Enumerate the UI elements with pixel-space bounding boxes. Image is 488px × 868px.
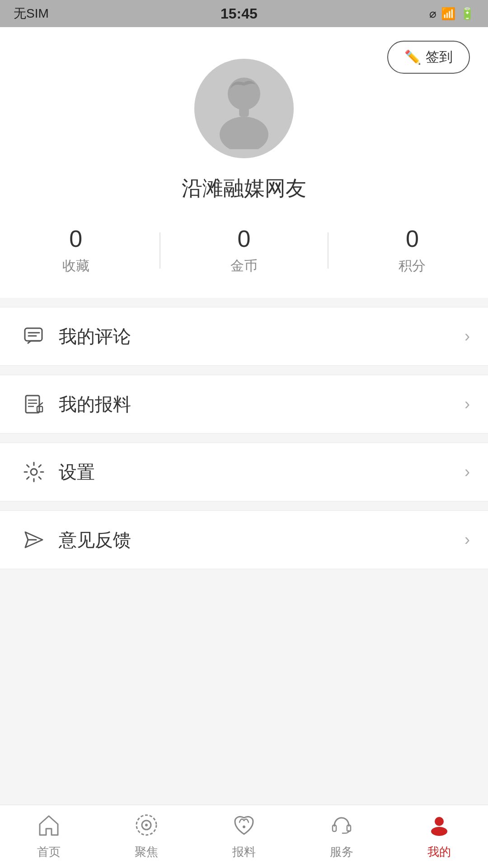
- tab-home[interactable]: 首页: [0, 813, 98, 860]
- stat-points: 0 积分: [399, 225, 426, 275]
- tab-report-label: 报料: [232, 844, 256, 860]
- svg-point-17: [243, 826, 245, 828]
- settings-icon: [18, 462, 50, 482]
- report-icon: [232, 813, 256, 840]
- tab-service[interactable]: 服务: [293, 813, 390, 860]
- signal-icon: ⌀: [429, 7, 436, 21]
- feedback-arrow: ›: [465, 530, 470, 549]
- stat-coins: 0 金币: [230, 225, 258, 275]
- settings-label: 设置: [59, 460, 465, 485]
- svg-rect-2: [239, 107, 249, 117]
- svg-point-1: [220, 117, 268, 149]
- tab-bar: 首页 聚焦 报料: [0, 805, 488, 868]
- mine-icon: [427, 813, 451, 840]
- settings-arrow: ›: [465, 462, 470, 481]
- checkin-label: 签到: [426, 48, 453, 66]
- comments-arrow: ›: [465, 327, 470, 346]
- tips-label: 我的报料: [59, 392, 465, 417]
- tab-focus-label: 聚焦: [135, 844, 158, 860]
- coins-value: 0: [238, 225, 251, 252]
- tips-icon: [18, 394, 50, 415]
- menu-item-comments[interactable]: 我的评论 ›: [0, 307, 488, 366]
- tab-service-label: 服务: [330, 844, 353, 860]
- points-value: 0: [406, 225, 419, 252]
- stat-collections: 0 收藏: [62, 225, 89, 275]
- tab-report[interactable]: 报料: [195, 813, 293, 860]
- svg-rect-3: [25, 328, 42, 341]
- feedback-icon: [18, 529, 50, 550]
- tab-home-label: 首页: [37, 844, 61, 860]
- stats-row: 0 收藏 0 金币 0 积分: [18, 225, 470, 275]
- time-label: 15:45: [221, 5, 258, 22]
- svg-point-11: [31, 469, 37, 475]
- carrier-label: 无SIM: [14, 5, 49, 22]
- avatar-svg: [203, 68, 285, 149]
- tab-focus[interactable]: 聚焦: [98, 813, 195, 860]
- tips-arrow: ›: [465, 395, 470, 414]
- svg-point-20: [435, 817, 444, 826]
- menu-item-feedback[interactable]: 意见反馈 ›: [0, 510, 488, 569]
- username-label: 沿滩融媒网友: [182, 175, 306, 203]
- menu-item-tips[interactable]: 我的报料 ›: [0, 375, 488, 434]
- main-content: ✏️ 签到 沿滩融媒网友 0 收藏: [0, 27, 488, 805]
- stat-divider-2: [328, 232, 328, 269]
- coins-label: 金币: [230, 257, 258, 275]
- comments-label: 我的评论: [59, 324, 465, 349]
- status-icons: ⌀ 📶 🔋: [429, 7, 474, 21]
- feedback-label: 意见反馈: [59, 528, 465, 552]
- collections-label: 收藏: [62, 257, 89, 275]
- status-bar: 无SIM 15:45 ⌀ 📶 🔋: [0, 0, 488, 27]
- tab-mine-label: 我的: [427, 844, 451, 860]
- checkin-button[interactable]: ✏️ 签到: [387, 41, 470, 74]
- svg-point-21: [431, 827, 447, 836]
- points-label: 积分: [399, 257, 426, 275]
- wifi-icon: 📶: [441, 7, 455, 21]
- collections-value: 0: [69, 225, 82, 252]
- focus-icon-wrap: [135, 813, 158, 840]
- comments-icon: [18, 326, 50, 347]
- avatar: [194, 59, 294, 158]
- home-icon: [37, 813, 61, 840]
- menu-list: 我的评论 › 我的报料 ›: [0, 307, 488, 569]
- profile-card: ✏️ 签到 沿滩融媒网友 0 收藏: [0, 27, 488, 298]
- service-icon: [330, 813, 353, 840]
- battery-icon: 🔋: [460, 7, 474, 21]
- stat-divider-1: [160, 232, 160, 269]
- menu-item-settings[interactable]: 设置 ›: [0, 443, 488, 501]
- svg-point-16: [145, 824, 148, 826]
- checkin-edit-icon: ✏️: [404, 49, 421, 65]
- tab-mine[interactable]: 我的: [390, 813, 488, 860]
